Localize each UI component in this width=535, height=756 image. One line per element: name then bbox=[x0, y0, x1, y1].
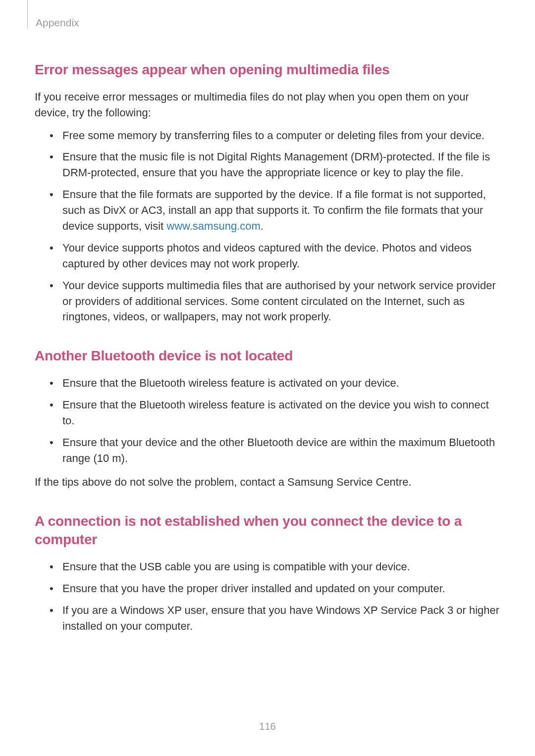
list-item: Your device supports photos and videos c… bbox=[50, 240, 500, 272]
bullet-list: Free some memory by transferring files t… bbox=[50, 128, 500, 325]
list-item-text: Ensure that your device and the other Bl… bbox=[62, 436, 495, 464]
list-item-prefix: Ensure that the file formats are support… bbox=[62, 188, 486, 232]
section-intro: If you receive error messages or multime… bbox=[35, 89, 500, 121]
section-heading: Another Bluetooth device is not located bbox=[35, 347, 500, 365]
list-item: Ensure that the music file is not Digita… bbox=[50, 149, 500, 181]
list-item: Ensure that the USB cable you are using … bbox=[50, 559, 500, 575]
list-item: If you are a Windows XP user, ensure tha… bbox=[50, 603, 500, 634]
list-item-suffix: . bbox=[261, 220, 264, 232]
bullet-list: Ensure that the Bluetooth wireless featu… bbox=[50, 375, 500, 466]
section-usb-connection: A connection is not established when you… bbox=[35, 512, 500, 634]
list-item: Ensure that the Bluetooth wireless featu… bbox=[50, 397, 500, 429]
list-item-text: Ensure that you have the proper driver i… bbox=[62, 582, 445, 595]
list-item-text: If you are a Windows XP user, ensure tha… bbox=[62, 604, 499, 632]
list-item: Free some memory by transferring files t… bbox=[50, 128, 500, 144]
list-item-text: Free some memory by transferring files t… bbox=[62, 129, 484, 142]
list-item-text: Ensure that the USB cable you are using … bbox=[62, 560, 410, 573]
header-divider bbox=[27, 0, 28, 29]
list-item: Ensure that your device and the other Bl… bbox=[50, 435, 500, 466]
list-item: Your device supports multimedia files th… bbox=[50, 278, 500, 325]
header-section-label: Appendix bbox=[36, 17, 79, 29]
list-item: Ensure that the Bluetooth wireless featu… bbox=[50, 375, 500, 391]
section-error-messages: Error messages appear when opening multi… bbox=[35, 60, 500, 325]
list-item-text: Your device supports photos and videos c… bbox=[62, 242, 472, 270]
section-outro: If the tips above do not solve the probl… bbox=[35, 474, 500, 490]
section-heading: Error messages appear when opening multi… bbox=[35, 60, 500, 79]
list-item-text: Ensure that the music file is not Digita… bbox=[62, 151, 490, 179]
section-bluetooth: Another Bluetooth device is not located … bbox=[35, 347, 500, 490]
list-item-text: Ensure that the Bluetooth wireless featu… bbox=[62, 399, 489, 427]
link-samsung[interactable]: www.samsung.com bbox=[166, 220, 261, 232]
section-heading: A connection is not established when you… bbox=[35, 512, 500, 550]
bullet-list: Ensure that the USB cable you are using … bbox=[50, 559, 500, 634]
page-number: 116 bbox=[0, 721, 535, 732]
list-item: Ensure that the file formats are support… bbox=[50, 187, 500, 234]
list-item: Ensure that you have the proper driver i… bbox=[50, 581, 500, 597]
list-item-text: Ensure that the Bluetooth wireless featu… bbox=[62, 377, 399, 389]
list-item-text: Your device supports multimedia files th… bbox=[62, 279, 496, 323]
